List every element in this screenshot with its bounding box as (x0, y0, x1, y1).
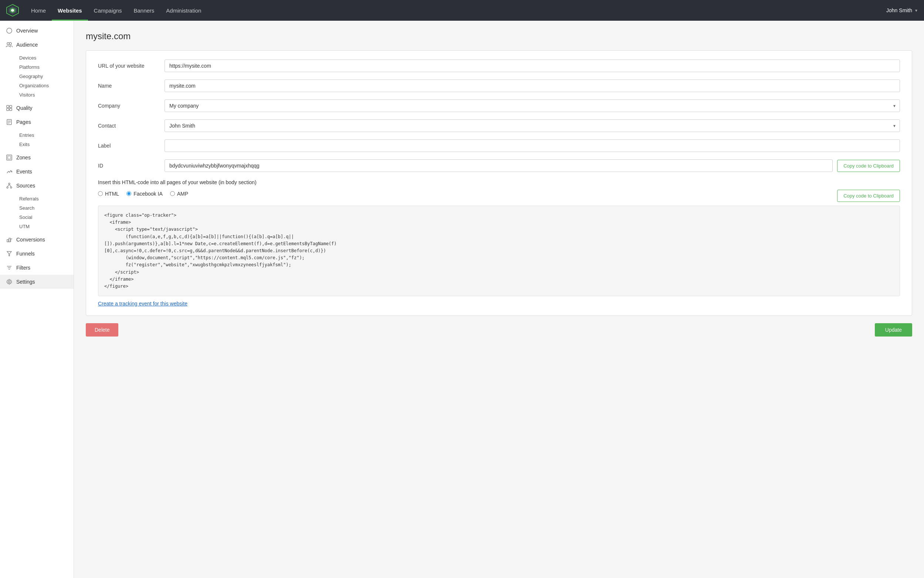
sidebar-overview-label: Overview (16, 28, 38, 34)
url-label: URL of your website (98, 63, 165, 69)
copy-code-button[interactable]: Copy code to Clipboard (837, 190, 900, 202)
company-select-wrapper[interactable]: My company (165, 99, 900, 112)
sidebar-item-organizations[interactable]: Organizations (16, 81, 74, 90)
nav-home[interactable]: Home (25, 0, 52, 21)
sidebar-quality-label: Quality (16, 105, 32, 111)
sidebar-item-social[interactable]: Social (16, 213, 74, 222)
sidebar-funnels-label: Funnels (16, 251, 35, 257)
contact-select[interactable]: John Smith (165, 119, 900, 132)
sidebar-item-utm[interactable]: UTM (16, 222, 74, 231)
sidebar-item-overview[interactable]: Overview (0, 24, 74, 38)
id-label: ID (98, 163, 165, 169)
name-row: Name (98, 80, 900, 92)
id-row-inner: Copy code to Clipboard (165, 159, 900, 172)
update-button[interactable]: Update (875, 323, 912, 336)
html-code-section: Insert this HTML-code into all pages of … (98, 179, 900, 307)
sidebar-settings-label: Settings (16, 279, 35, 285)
url-input[interactable] (165, 60, 900, 72)
radio-html-input[interactable] (98, 191, 103, 196)
radio-amp-input[interactable] (170, 191, 175, 196)
app-layout: Overview Audience Devices Platforms Geog… (0, 21, 924, 578)
svg-point-18 (8, 183, 10, 185)
sidebar-item-audience[interactable]: Audience (0, 38, 74, 52)
label-label: Label (98, 143, 165, 149)
tracking-event-link[interactable]: Create a tracking event for this website (98, 300, 188, 307)
label-input[interactable] (165, 140, 900, 152)
radio-facebook-input[interactable] (126, 191, 131, 196)
company-select[interactable]: My company (165, 99, 900, 112)
sidebar-item-devices[interactable]: Devices (16, 53, 74, 62)
sidebar-conversions-label: Conversions (16, 237, 45, 243)
sources-sub: Referrals Search Social UTM (0, 193, 74, 232)
delete-button[interactable]: Delete (86, 323, 118, 336)
sidebar-item-conversions[interactable]: Conversions (0, 232, 74, 247)
svg-point-19 (6, 187, 8, 188)
sidebar-item-zones[interactable]: Zones (0, 151, 74, 164)
sidebar: Overview Audience Devices Platforms Geog… (0, 21, 74, 578)
svg-rect-16 (8, 156, 11, 159)
sidebar-item-platforms[interactable]: Platforms (16, 62, 74, 72)
sidebar-item-entries[interactable]: Entries (16, 130, 74, 140)
nav-links: Home Websites Campaigns Banners Administ… (25, 0, 886, 21)
audience-sub: Devices Platforms Geography Organization… (0, 52, 74, 101)
sidebar-item-funnels[interactable]: Funnels (0, 247, 74, 261)
radio-facebook[interactable]: Facebook IA (126, 191, 163, 197)
sidebar-item-exits[interactable]: Exits (16, 140, 74, 149)
contact-label: Contact (98, 123, 165, 129)
nav-campaigns[interactable]: Campaigns (88, 0, 128, 21)
svg-point-5 (7, 42, 9, 45)
main-content: mysite.com URL of your website Name Comp… (74, 21, 924, 578)
url-row: URL of your website (98, 60, 900, 72)
top-navigation: Home Websites Campaigns Banners Administ… (0, 0, 924, 21)
sidebar-events-label: Events (16, 169, 32, 175)
pages-icon (6, 119, 13, 125)
svg-rect-15 (6, 155, 12, 160)
page-title: mysite.com (86, 31, 912, 41)
company-label: Company (98, 103, 165, 109)
sidebar-pages-label: Pages (16, 119, 31, 125)
user-name: John Smith (886, 7, 912, 13)
contact-row: Contact John Smith (98, 119, 900, 132)
radio-amp[interactable]: AMP (170, 191, 188, 197)
radio-html[interactable]: HTML (98, 191, 119, 197)
logo[interactable] (6, 4, 19, 17)
sidebar-item-quality[interactable]: Quality (0, 101, 74, 115)
svg-line-21 (7, 185, 9, 187)
sidebar-zones-label: Zones (16, 154, 31, 161)
label-row: Label (98, 140, 900, 152)
name-input[interactable] (165, 80, 900, 92)
nav-websites[interactable]: Websites (52, 0, 88, 21)
pages-sub: Entries Exits (0, 129, 74, 151)
nav-administration[interactable]: Administration (160, 0, 207, 21)
sidebar-item-search[interactable]: Search (16, 203, 74, 213)
sidebar-item-filters[interactable]: Filters (0, 261, 74, 275)
id-input[interactable] (165, 159, 833, 172)
sidebar-item-settings[interactable]: Settings (0, 275, 74, 289)
html-section-label: Insert this HTML-code into all pages of … (98, 179, 900, 185)
conversions-icon (6, 236, 13, 243)
zones-icon (6, 154, 13, 161)
sidebar-item-events[interactable]: Events (0, 164, 74, 179)
copy-id-button[interactable]: Copy code to Clipboard (837, 160, 900, 172)
svg-line-22 (9, 185, 11, 187)
svg-point-20 (10, 187, 12, 188)
chevron-down-icon: ▼ (914, 8, 918, 13)
svg-rect-10 (10, 108, 12, 110)
sidebar-item-referrals[interactable]: Referrals (16, 194, 74, 203)
svg-point-26 (8, 281, 10, 283)
sidebar-item-visitors[interactable]: Visitors (16, 90, 74, 99)
sidebar-item-sources[interactable]: Sources (0, 179, 74, 193)
audience-icon (6, 41, 13, 48)
sidebar-item-pages[interactable]: Pages (0, 115, 74, 129)
contact-select-wrapper[interactable]: John Smith (165, 119, 900, 132)
svg-rect-7 (6, 106, 9, 108)
radio-group: HTML Facebook IA AMP (98, 191, 188, 197)
quality-icon (6, 105, 13, 111)
sidebar-item-geography[interactable]: Geography (16, 72, 74, 81)
nav-banners[interactable]: Banners (128, 0, 160, 21)
company-row: Company My company (98, 99, 900, 112)
user-menu[interactable]: John Smith ▼ (886, 7, 918, 13)
website-form-card: URL of your website Name Company My comp… (86, 50, 912, 316)
filters-icon (6, 265, 13, 271)
settings-icon (6, 278, 13, 285)
